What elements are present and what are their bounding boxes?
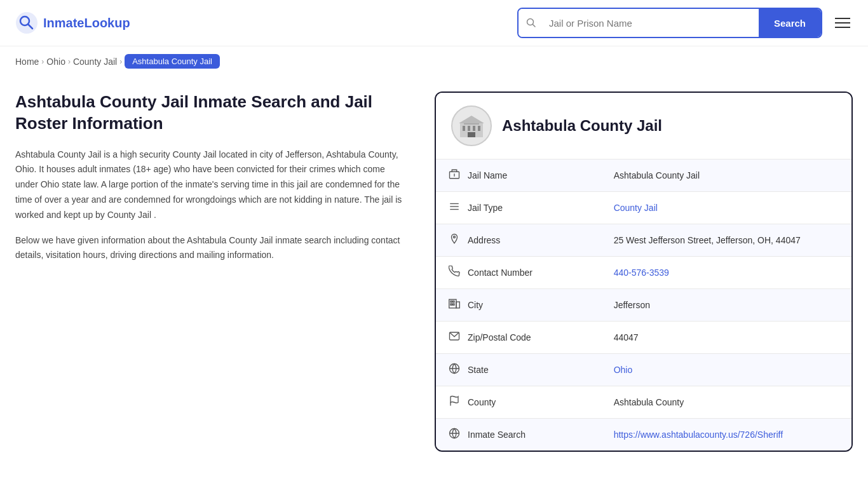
- row-label: Inmate Search: [468, 430, 526, 440]
- chevron-icon-3: ›: [119, 57, 122, 66]
- table-row: Zip/Postal Code44047: [436, 322, 851, 354]
- row-label: Jail Type: [468, 203, 503, 213]
- table-row: Address25 West Jefferson Street, Jeffers…: [436, 224, 851, 257]
- left-panel: Ashtabula County Jail Inmate Search and …: [15, 92, 435, 452]
- row-value-link[interactable]: Ohio: [614, 365, 633, 375]
- svg-rect-20: [456, 302, 459, 308]
- search-button[interactable]: Search: [759, 9, 821, 37]
- row-value-link[interactable]: County Jail: [614, 203, 658, 213]
- info-card-header: Ashtabula County Jail: [436, 93, 851, 159]
- city-icon: [449, 298, 461, 312]
- row-value: 44047: [601, 322, 851, 354]
- breadcrumb-home[interactable]: Home: [15, 57, 39, 67]
- svg-rect-7: [468, 126, 470, 131]
- breadcrumb: Home › Ohio › County Jail › Ashtabula Co…: [0, 46, 868, 76]
- breadcrumb-current: Ashtabula County Jail: [125, 54, 220, 69]
- search-bar: Search: [517, 8, 822, 38]
- row-value: Ashtabula County: [601, 386, 851, 419]
- row-value-link[interactable]: https://www.ashtabulacounty.us/726/Sheri…: [614, 430, 783, 440]
- mail-icon: [449, 330, 461, 344]
- chevron-icon-2: ›: [68, 57, 71, 66]
- table-row: Inmate Searchhttps://www.ashtabulacounty…: [436, 419, 851, 451]
- row-value: Jefferson: [601, 289, 851, 322]
- row-label-cell: Contact Number: [436, 257, 576, 288]
- row-value-cell[interactable]: 440-576-3539: [601, 257, 851, 289]
- svg-point-18: [454, 236, 456, 238]
- row-label-cell: Address: [436, 224, 576, 256]
- table-row: Jail NameAshtabula County Jail: [436, 159, 851, 192]
- logo-text: InmateLookup: [43, 16, 130, 30]
- chevron-icon-1: ›: [41, 57, 44, 66]
- svg-point-0: [16, 12, 37, 34]
- right-panel: Ashtabula County Jail Jail NameAshtabula…: [435, 92, 853, 452]
- table-row: CountyAshtabula County: [436, 386, 851, 419]
- table-row: StateOhio: [436, 354, 851, 386]
- search-globe-icon: [449, 428, 461, 442]
- row-label: Contact Number: [468, 268, 532, 278]
- svg-rect-24: [453, 304, 454, 305]
- description-para-1: Ashtabula County Jail is a high security…: [15, 147, 409, 223]
- row-label: State: [468, 365, 489, 375]
- row-label-cell: County: [436, 386, 576, 418]
- row-label-cell: Jail Name: [436, 159, 576, 191]
- svg-rect-8: [473, 126, 475, 131]
- row-label-cell: State: [436, 354, 576, 386]
- info-card: Ashtabula County Jail Jail NameAshtabula…: [435, 92, 853, 452]
- jail-icon: [449, 168, 461, 182]
- row-label-cell: Zip/Postal Code: [436, 322, 576, 353]
- row-label-cell: City: [436, 289, 576, 321]
- hamburger-menu[interactable]: [832, 15, 853, 30]
- row-label-cell: Jail Type: [436, 192, 576, 224]
- description-para-2: Below we have given information about th…: [15, 233, 409, 264]
- logo-link[interactable]: InmateLookup: [15, 11, 130, 34]
- row-value: 25 West Jefferson Street, Jefferson, OH,…: [601, 224, 851, 257]
- svg-rect-6: [463, 126, 465, 131]
- svg-rect-9: [478, 126, 480, 131]
- row-value-cell[interactable]: County Jail: [601, 192, 851, 224]
- row-value: Ashtabula County Jail: [601, 159, 851, 192]
- svg-line-4: [533, 25, 536, 27]
- svg-rect-12: [464, 123, 479, 125]
- svg-marker-11: [459, 116, 484, 123]
- svg-rect-10: [468, 132, 475, 137]
- row-label: County: [468, 397, 496, 407]
- header: InmateLookup Search: [0, 0, 868, 46]
- svg-rect-23: [453, 301, 454, 302]
- search-bar-icon: [519, 9, 544, 37]
- row-label-cell: Inmate Search: [436, 419, 576, 451]
- breadcrumb-ohio[interactable]: Ohio: [46, 57, 65, 67]
- main-content: Ashtabula County Jail Inmate Search and …: [0, 76, 868, 467]
- svg-rect-22: [451, 304, 452, 305]
- row-label: Zip/Postal Code: [468, 332, 531, 342]
- page-heading: Ashtabula County Jail Inmate Search and …: [15, 92, 409, 135]
- header-right: Search: [517, 8, 853, 38]
- table-row: CityJefferson: [436, 289, 851, 322]
- table-row: Contact Number440-576-3539: [436, 257, 851, 289]
- pin-icon: [449, 233, 461, 247]
- breadcrumb-county-jail[interactable]: County Jail: [73, 57, 117, 67]
- row-label: Jail Name: [468, 170, 507, 180]
- svg-rect-21: [451, 301, 452, 302]
- avatar: [451, 105, 492, 146]
- list-icon: [449, 201, 461, 215]
- flag-icon: [449, 395, 461, 409]
- info-table: Jail NameAshtabula County JailJail TypeC…: [436, 159, 851, 451]
- avatar-image: [452, 107, 491, 145]
- phone-icon: [449, 266, 461, 280]
- row-value-cell[interactable]: Ohio: [601, 354, 851, 386]
- row-label: City: [468, 300, 483, 310]
- row-label: Address: [468, 235, 500, 245]
- info-card-title: Ashtabula County Jail: [502, 117, 662, 135]
- row-value-link[interactable]: 440-576-3539: [614, 268, 669, 278]
- table-row: Jail TypeCounty Jail: [436, 192, 851, 224]
- logo-icon: [15, 11, 38, 34]
- row-value-cell[interactable]: https://www.ashtabulacounty.us/726/Sheri…: [601, 419, 851, 451]
- search-input[interactable]: [544, 9, 759, 37]
- globe-icon: [449, 363, 461, 377]
